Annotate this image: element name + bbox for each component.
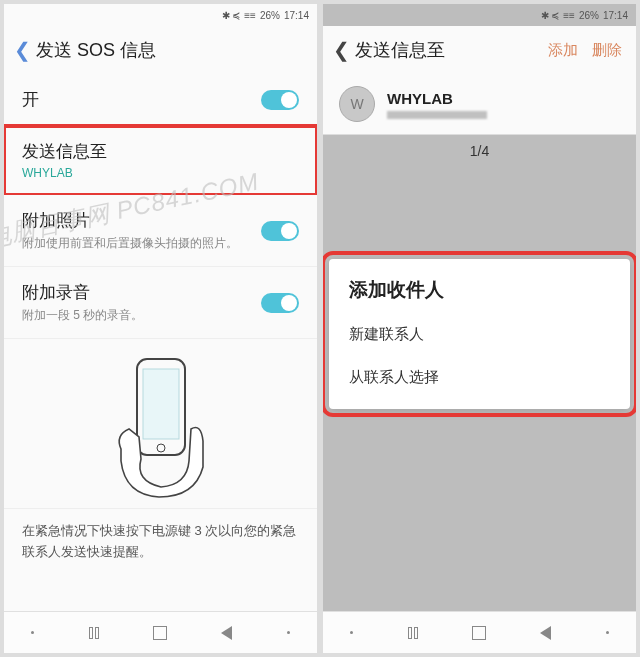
status-bar: ✱ ≼ ≡≡ 26% 17:14 — [4, 4, 317, 26]
contact-subtext — [387, 111, 487, 119]
status-time: 17:14 — [603, 10, 628, 21]
svg-point-2 — [157, 444, 165, 452]
dialog-title: 添加收件人 — [329, 263, 630, 313]
status-battery: 26% — [260, 10, 280, 21]
svg-rect-1 — [143, 369, 179, 439]
nav-extra-icon[interactable] — [606, 631, 609, 634]
dialog-add-recipient: 添加收件人 新建联系人 从联系人选择 — [329, 259, 630, 409]
phone-in-hand-icon — [91, 349, 231, 499]
option-pick-contact[interactable]: 从联系人选择 — [329, 356, 630, 399]
back-icon[interactable]: ❮ — [14, 38, 36, 62]
status-signal: ≡≡ — [244, 10, 256, 21]
status-icons: ✱ ≼ — [541, 10, 560, 21]
illustration-hand-phone — [4, 339, 317, 509]
screen-sos-settings: ✱ ≼ ≡≡ 26% 17:14 ❮ 发送 SOS 信息 开 发送信息至 WHY… — [4, 4, 317, 653]
nav-home-icon[interactable] — [472, 626, 486, 640]
help-line-2: 联系人发送快速提醒。 — [22, 542, 299, 563]
nav-back-icon[interactable] — [221, 626, 232, 640]
row-master-toggle[interactable]: 开 — [4, 74, 317, 126]
nav-assist-icon[interactable] — [350, 631, 353, 634]
attach-photo-toggle[interactable] — [261, 221, 299, 241]
status-bar: ✱ ≼ ≡≡ 26% 17:14 — [323, 4, 636, 26]
attach-photo-label: 附加照片 — [22, 209, 261, 232]
row-attach-audio[interactable]: 附加录音 附加一段 5 秒的录音。 — [4, 267, 317, 339]
back-icon[interactable]: ❮ — [333, 38, 355, 62]
send-to-value: WHYLAB — [22, 166, 299, 180]
attach-audio-label: 附加录音 — [22, 281, 261, 304]
attach-audio-sub: 附加一段 5 秒的录音。 — [22, 307, 261, 324]
row-send-to[interactable]: 发送信息至 WHYLAB — [4, 126, 317, 195]
page-title: 发送 SOS 信息 — [36, 38, 156, 62]
app-bar: ❮ 发送信息至 添加 删除 — [323, 26, 636, 74]
help-text: 在紧急情况下快速按下电源键 3 次以向您的紧急 联系人发送快速提醒。 — [4, 509, 317, 569]
action-delete[interactable]: 删除 — [592, 41, 622, 60]
attach-photo-sub: 附加使用前置和后置摄像头拍摄的照片。 — [22, 235, 261, 252]
attach-audio-toggle[interactable] — [261, 293, 299, 313]
nav-recents-icon[interactable] — [408, 627, 418, 639]
status-battery: 26% — [579, 10, 599, 21]
screen-send-to: ✱ ≼ ≡≡ 26% 17:14 ❮ 发送信息至 添加 删除 W WHYLAB … — [323, 4, 636, 653]
avatar: W — [339, 86, 375, 122]
contact-row[interactable]: W WHYLAB — [323, 74, 636, 135]
send-to-label: 发送信息至 — [22, 140, 299, 163]
row-attach-photo[interactable]: 附加照片 附加使用前置和后置摄像头拍摄的照片。 — [4, 195, 317, 267]
app-bar: ❮ 发送 SOS 信息 — [4, 26, 317, 74]
page-title: 发送信息至 — [355, 38, 445, 62]
help-line-1: 在紧急情况下快速按下电源键 3 次以向您的紧急 — [22, 521, 299, 542]
nav-bar — [4, 611, 317, 653]
counter: 1/4 — [323, 135, 636, 199]
action-add[interactable]: 添加 — [548, 41, 578, 60]
status-icons: ✱ ≼ — [222, 10, 241, 21]
status-time: 17:14 — [284, 10, 309, 21]
contact-name: WHYLAB — [387, 90, 487, 107]
master-toggle-switch[interactable] — [261, 90, 299, 110]
nav-home-icon[interactable] — [153, 626, 167, 640]
nav-bar — [323, 611, 636, 653]
nav-recents-icon[interactable] — [89, 627, 99, 639]
nav-back-icon[interactable] — [540, 626, 551, 640]
toggle-label: 开 — [22, 88, 261, 111]
nav-assist-icon[interactable] — [31, 631, 34, 634]
nav-extra-icon[interactable] — [287, 631, 290, 634]
status-signal: ≡≡ — [563, 10, 575, 21]
option-new-contact[interactable]: 新建联系人 — [329, 313, 630, 356]
